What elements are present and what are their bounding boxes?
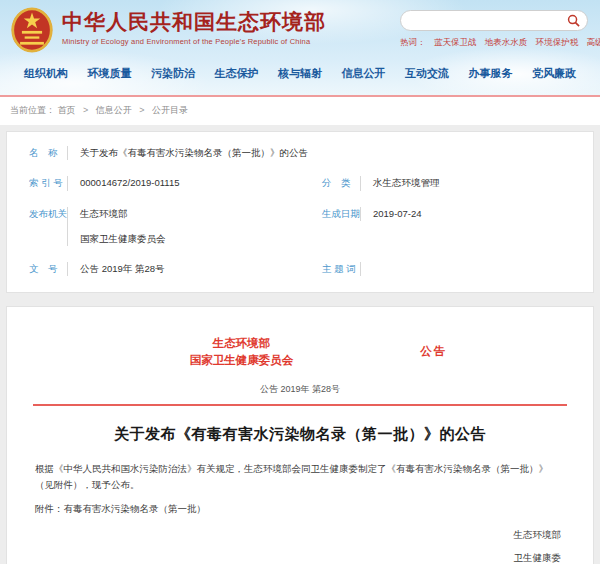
meta-label-generated-date: 生成日期 <box>300 207 360 221</box>
hot-word-link[interactable]: 地表水水质 <box>485 37 528 47</box>
site-header: 中华人民共和国生态环境部 Ministry of Ecology and Env… <box>0 0 600 97</box>
signature-org-2: 卫生健康委 <box>39 552 561 564</box>
issuer-line-1: 生态环境部 <box>80 207 300 221</box>
meta-row-issuer: 发布机关 生态环境部 国家卫生健康委员会 生成日期 2019-07-24 <box>7 199 593 255</box>
signature-org-1: 生态环境部 <box>39 529 561 542</box>
nav-item-services[interactable]: 办事服务 <box>469 66 513 81</box>
meta-row-index: 索 引 号 000014672/2019-01115 分 类 水生态环境管理 <box>7 168 593 198</box>
breadcrumb-home[interactable]: 首页 <box>58 105 76 115</box>
brand-row: 中华人民共和国生态环境部 Ministry of Ecology and Env… <box>0 0 600 58</box>
letterhead-announcement-label: 公告 <box>420 344 447 359</box>
breadcrumb-separator: > <box>139 105 144 115</box>
header-right: 热词： 蓝天保卫战 地表水水质 环境保护税 高级检索 <box>400 6 588 49</box>
meta-label-index-number: 索 引 号 <box>7 176 67 190</box>
search-input[interactable] <box>408 15 567 26</box>
breadcrumb-public-catalog[interactable]: 公开目录 <box>152 105 188 115</box>
issuer-line-2: 国家卫生健康委员会 <box>80 232 300 246</box>
meta-cell: 发布机关 生态环境部 国家卫生健康委员会 <box>7 207 300 247</box>
meta-value-keywords <box>360 262 593 276</box>
hot-words: 热词： 蓝天保卫战 地表水水质 环境保护税 高级检索 <box>400 37 588 49</box>
national-emblem-icon <box>10 6 54 54</box>
site-subtitle: Ministry of Ecology and Environment of t… <box>62 37 326 46</box>
meta-label-category: 分 类 <box>300 176 360 190</box>
nav-item-interaction[interactable]: 互动交流 <box>405 66 449 81</box>
document-number: 公告 2019年 第28号 <box>7 383 593 396</box>
hot-word-link[interactable]: 环境保护税 <box>536 37 579 47</box>
meta-value-issuing-authority: 生态环境部 国家卫生健康委员会 <box>67 207 300 247</box>
meta-cell: 索 引 号 000014672/2019-01115 <box>7 176 300 190</box>
meta-value-category: 水生态环境管理 <box>360 176 593 190</box>
document-body-paragraph: 根据《中华人民共和国水污染防治法》有关规定，生态环境部会同卫生健康委制定了《有毒… <box>35 461 565 493</box>
attachment-reference-line: 附件：有毒有害水污染物名录（第一批） <box>35 503 565 516</box>
meta-value-name: 关于发布《有毒有害水污染物名录（第一批）》的公告 <box>67 146 593 160</box>
meta-value-doc-number: 公告 2019年 第28号 <box>67 262 300 276</box>
meta-label-issuing-authority: 发布机关 <box>7 207 67 221</box>
nav-item-pollution-control[interactable]: 污染防治 <box>151 66 195 81</box>
letterhead-org-1: 生态环境部 <box>130 335 353 352</box>
nav-item-nuclear-radiation[interactable]: 核与辐射 <box>278 66 322 81</box>
search-icon <box>567 14 580 27</box>
document-metadata-table: 名 称 关于发布《有毒有害水污染物名录（第一批）》的公告 索 引 号 00001… <box>6 131 594 293</box>
search-box <box>400 10 588 31</box>
breadcrumb: 当前位置： 首页 > 信息公开 > 公开目录 <box>0 97 600 125</box>
hot-word-link[interactable]: 蓝天保卫战 <box>434 37 477 47</box>
meta-cell: 主 题 词 <box>300 262 593 276</box>
page: 中华人民共和国生态环境部 Ministry of Ecology and Env… <box>0 0 600 564</box>
meta-cell: 生成日期 2019-07-24 <box>300 207 593 247</box>
hot-words-label: 热词： <box>400 37 426 47</box>
site-title: 中华人民共和国生态环境部 <box>62 10 326 34</box>
hot-word-link[interactable]: 高级检索 <box>587 37 600 47</box>
nav-item-eco-protection[interactable]: 生态保护 <box>215 66 259 81</box>
meta-label-doc-number: 文 号 <box>7 262 67 276</box>
signature-block: 生态环境部 卫生健康委 2019年7月23日 <box>39 529 561 564</box>
meta-cell: 文 号 公告 2019年 第28号 <box>7 262 300 276</box>
nav-item-party-conduct[interactable]: 党风廉政 <box>532 66 576 81</box>
content-area: 名 称 关于发布《有毒有害水污染物名录（第一批）》的公告 索 引 号 00001… <box>0 125 600 564</box>
search-button[interactable] <box>567 14 580 27</box>
breadcrumb-label: 当前位置： <box>10 105 55 115</box>
nav-item-organization[interactable]: 组织机构 <box>24 66 68 81</box>
meta-cell: 分 类 水生态环境管理 <box>300 176 593 190</box>
meta-row-doc-number: 文 号 公告 2019年 第28号 主 题 词 <box>7 254 593 284</box>
meta-value-index-number: 000014672/2019-01115 <box>67 176 300 190</box>
main-nav: 组织机构 环境质量 污染防治 生态保护 核与辐射 信息公开 互动交流 办事服务 … <box>0 58 600 88</box>
official-document: 生态环境部 国家卫生健康委员会 公告 公告 2019年 第28号 关于发布《有毒… <box>6 306 594 564</box>
breadcrumb-separator: > <box>83 105 88 115</box>
meta-label-keywords: 主 题 词 <box>300 262 360 276</box>
meta-label-name: 名 称 <box>7 146 67 160</box>
meta-cell: 名 称 关于发布《有毒有害水污染物名录（第一批）》的公告 <box>7 146 593 160</box>
letterhead: 生态环境部 国家卫生健康委员会 公告 <box>7 335 593 371</box>
breadcrumb-info-disclosure[interactable]: 信息公开 <box>96 105 132 115</box>
meta-row-name: 名 称 关于发布《有毒有害水污染物名录（第一批）》的公告 <box>7 138 593 168</box>
letterhead-org-2: 国家卫生健康委员会 <box>130 352 353 369</box>
letterhead-orgs: 生态环境部 国家卫生健康委员会 <box>130 335 353 369</box>
nav-item-info-disclosure[interactable]: 信息公开 <box>342 66 386 81</box>
nav-item-env-quality[interactable]: 环境质量 <box>88 66 132 81</box>
brand-text: 中华人民共和国生态环境部 Ministry of Ecology and Env… <box>62 6 326 46</box>
document-title: 关于发布《有毒有害水污染物名录（第一批）》的公告 <box>7 425 593 444</box>
meta-value-generated-date: 2019-07-24 <box>360 207 593 221</box>
letterhead-divider <box>33 404 567 406</box>
